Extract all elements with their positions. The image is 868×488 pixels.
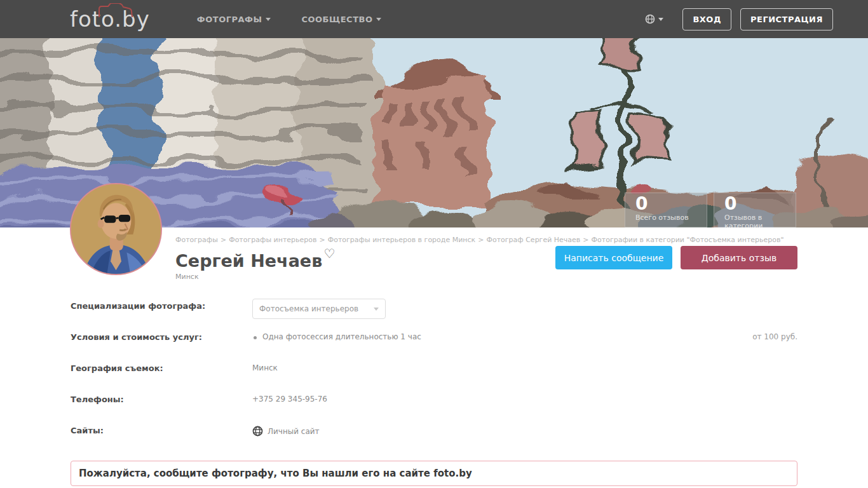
caret-down-icon xyxy=(374,308,379,311)
nav-item-label: СООБЩЕСТВО xyxy=(301,15,372,24)
pricing-item: Одна фотосессия длительностью 1 час xyxy=(262,332,421,341)
detail-label: География съемок: xyxy=(71,361,252,373)
topbar-right: ВХОД РЕГИСТРАЦИЯ xyxy=(645,8,833,30)
stat-label: Отзывов в категории xyxy=(724,214,796,227)
breadcrumb-separator: > xyxy=(583,236,588,244)
breadcrumb-separator: > xyxy=(478,236,484,244)
details-section: Специализации фотографа: Фотосъемка инте… xyxy=(71,299,797,454)
detail-value: Фотосъемка интерьеров xyxy=(252,299,797,319)
top-navbar: foto.by ФОТОГРАФЫ СООБЩЕСТВО ВХОД РЕГИСТ… xyxy=(0,0,868,38)
phone-value: +375 29 345-95-76 xyxy=(252,392,797,403)
specialization-select[interactable]: Фотосъемка интерьеров xyxy=(252,299,386,319)
main-navigation: ФОТОГРАФЫ СООБЩЕСТВО xyxy=(182,0,397,38)
detail-row-geography: География съемок: Минск xyxy=(71,361,797,392)
geography-value: Минск xyxy=(252,361,797,372)
globe-icon xyxy=(645,14,655,24)
name-row: Сергей Нечаев♡ Минск Написать сообщение … xyxy=(175,246,797,281)
breadcrumb-link[interactable]: Фотографы xyxy=(175,236,218,244)
nav-item-community[interactable]: СООБЩЕСТВО xyxy=(286,0,397,38)
heart-outline-icon[interactable]: ♡ xyxy=(323,246,335,261)
detail-row-websites: Сайты: Личный сайт xyxy=(71,423,797,454)
detail-row-phones: Телефоны: +375 29 345-95-76 xyxy=(71,392,797,423)
register-button[interactable]: РЕГИСТРАЦИЯ xyxy=(740,8,833,30)
profile-actions: Написать сообщение Добавить отзыв xyxy=(555,246,797,269)
site-logo[interactable]: foto.by xyxy=(70,8,150,30)
breadcrumb: Фотографы>Фотографы интерьеров>Фотографы… xyxy=(175,236,797,244)
photographer-city: Минск xyxy=(175,273,335,281)
breadcrumb-separator: > xyxy=(320,236,325,244)
profile-header: Фотографы>Фотографы интерьеров>Фотографы… xyxy=(71,227,797,281)
stat-value: 0 xyxy=(635,194,707,214)
detail-label: Сайты: xyxy=(71,423,252,435)
breadcrumb-link[interactable]: Фотографии в категории "Фотосъемка интер… xyxy=(592,236,784,244)
pricing-price: от 100 руб. xyxy=(752,332,797,341)
detail-row-pricing: Условия и стоимость услуг: Одна фотосесс… xyxy=(71,330,797,361)
language-menu[interactable] xyxy=(645,14,663,24)
avatar-illustration xyxy=(71,184,161,274)
site-link-label: Личный сайт xyxy=(268,427,320,436)
camera-icon xyxy=(98,3,133,17)
login-button[interactable]: ВХОД xyxy=(682,8,731,30)
selected-option: Фотосъемка интерьеров xyxy=(259,304,358,313)
stat-label: Всего отзывов xyxy=(635,214,707,222)
caret-down-icon xyxy=(658,18,663,21)
breadcrumb-link[interactable]: Фотографы интерьеров в городе Минск xyxy=(328,236,475,244)
nav-item-label: ФОТОГРАФЫ xyxy=(197,15,262,24)
globe-icon xyxy=(252,426,263,437)
detail-label: Специализации фотографа: xyxy=(71,299,252,311)
detail-label: Условия и стоимость услуг: xyxy=(71,330,252,342)
dot-icon xyxy=(254,336,257,339)
caret-down-icon xyxy=(266,18,271,21)
notice-text: Пожалуйста, сообщите фотографу, что Вы н… xyxy=(79,468,472,479)
add-review-button[interactable]: Добавить отзыв xyxy=(681,246,797,269)
personal-site-link[interactable]: Личный сайт xyxy=(252,426,320,437)
detail-label: Телефоны: xyxy=(71,392,252,404)
detail-row-specializations: Специализации фотографа: Фотосъемка инте… xyxy=(71,299,797,330)
caret-down-icon xyxy=(376,18,381,21)
detail-value: Одна фотосессия длительностью 1 час от 1… xyxy=(252,330,797,341)
breadcrumb-link[interactable]: Фотографы интерьеров xyxy=(229,236,316,244)
breadcrumb-separator: > xyxy=(220,236,226,244)
notice-box: Пожалуйста, сообщите фотографу, что Вы н… xyxy=(71,461,797,486)
stat-value: 0 xyxy=(724,194,796,214)
page-title: Сергей Нечаев xyxy=(175,251,322,271)
review-stats: 0 Всего отзывов 0 Отзывов в категории xyxy=(625,193,796,227)
stat-category-reviews: 0 Отзывов в категории xyxy=(714,193,796,227)
send-message-button[interactable]: Написать сообщение xyxy=(555,246,672,269)
stat-total-reviews: 0 Всего отзывов xyxy=(625,193,707,227)
avatar xyxy=(70,183,162,275)
detail-value: Личный сайт xyxy=(252,423,797,437)
name-block: Сергей Нечаев♡ Минск xyxy=(175,246,335,281)
main-content: Фотографы>Фотографы интерьеров>Фотографы… xyxy=(71,227,797,486)
breadcrumb-link[interactable]: Фотограф Сергей Нечаев xyxy=(486,236,580,244)
nav-item-photographers[interactable]: ФОТОГРАФЫ xyxy=(182,0,287,38)
